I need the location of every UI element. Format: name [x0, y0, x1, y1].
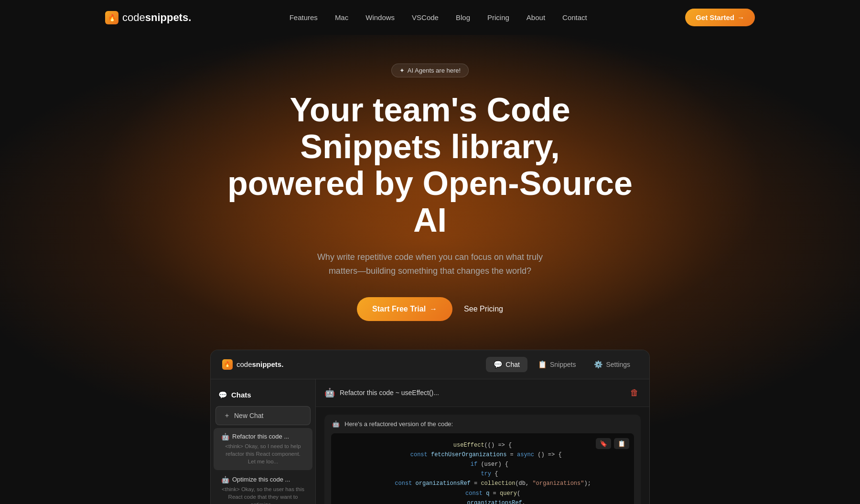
chat-item-preview: <think> Okay, so I need to help refactor…: [221, 442, 305, 465]
hero-buttons: Start Free Trial → See Pricing: [10, 297, 850, 321]
code-copy-button[interactable]: 📋: [614, 438, 629, 449]
new-chat-label: New Chat: [234, 412, 263, 419]
logo-code: code: [122, 11, 145, 23]
code-line-4: try {: [339, 470, 626, 479]
nav-link-pricing[interactable]: Pricing: [487, 13, 509, 21]
prompt-avatar-icon: 🤖: [324, 387, 335, 398]
nav-link-blog[interactable]: Blog: [456, 13, 470, 21]
app-preview: 🔥 codesnippets. 💬 Chat 📋 Snippets ⚙️ Set…: [210, 350, 650, 504]
ai-avatar: 🤖: [332, 420, 340, 428]
new-chat-plus-icon: ＋: [224, 411, 230, 420]
nav-link-contact[interactable]: Contact: [562, 13, 587, 21]
new-chat-button[interactable]: ＋ New Chat: [215, 406, 311, 425]
badge-text: AI Agents are here!: [408, 67, 461, 74]
chat-item-title-2: 🤖 Optimize this code ...: [221, 476, 305, 483]
delete-chat-button[interactable]: 🗑: [628, 386, 641, 400]
code-line-5: const organizationsRef = collection(db, …: [339, 479, 626, 488]
snippets-tab-icon: 📋: [538, 360, 547, 369]
sidebar-chats-title: 💬 Chats: [211, 387, 315, 403]
logo-icon: 🔥: [105, 11, 118, 24]
chats-label: Chats: [231, 391, 251, 399]
nav-link-mac[interactable]: Mac: [335, 13, 348, 21]
app-logo-icon: 🔥: [222, 359, 233, 370]
chat-messages: 🤖 Here's a refactored version of the cod…: [316, 407, 649, 504]
app-sidebar: 💬 Chats ＋ New Chat 🤖 Refactor this code …: [211, 379, 316, 504]
hero-section: ✦ AI Agents are here! Your team's Code S…: [0, 35, 860, 504]
app-tabs: 💬 Chat 📋 Snippets ⚙️ Settings: [486, 357, 638, 372]
chat-tab-icon: 💬: [494, 360, 503, 369]
logo-snippets: snippets.: [145, 11, 192, 23]
nav-links: Features Mac Windows VSCode Blog Pricing…: [290, 13, 587, 22]
tab-snippets[interactable]: 📋 Snippets: [530, 357, 583, 372]
code-line-2: const fetchUserOrganizations = async () …: [339, 450, 626, 460]
code-line-6: const q = query(: [339, 489, 626, 498]
chat-item-icon: 🤖: [221, 433, 229, 440]
delete-icon: 🗑: [630, 388, 639, 397]
code-line-1: useEffect(() => {: [339, 441, 626, 450]
ai-message-header: 🤖 Here's a refactored version of the cod…: [324, 415, 641, 433]
app-header: 🔥 codesnippets. 💬 Chat 📋 Snippets ⚙️ Set…: [211, 350, 649, 379]
nav-link-vscode[interactable]: VSCode: [412, 13, 439, 21]
nav-get-started-button[interactable]: Get Started →: [685, 9, 755, 26]
chat-item-preview-2: <think> Okay, so the user has this React…: [221, 485, 305, 504]
hero-title: Your team's Code Snippets library, power…: [215, 92, 645, 239]
code-bookmark-button[interactable]: 🔖: [596, 438, 611, 449]
code-line-7: organizationsRef,: [339, 499, 626, 504]
start-free-trial-button[interactable]: Start Free Trial →: [357, 297, 452, 321]
chat-item-optimize[interactable]: 🤖 Optimize this code ... <think> Okay, s…: [214, 471, 312, 504]
ai-message: 🤖 Here's a refactored version of the cod…: [324, 415, 641, 504]
code-actions: 🔖 📋: [596, 438, 629, 449]
see-pricing-button[interactable]: See Pricing: [464, 305, 503, 313]
tab-settings[interactable]: ⚙️ Settings: [586, 357, 638, 372]
logo-text: codesnippets.: [122, 11, 191, 24]
settings-tab-label: Settings: [606, 361, 630, 368]
chat-prompt-bar: 🤖 Refactor this code ~ useEffect()... 🗑: [316, 379, 649, 407]
app-logo-text: codesnippets.: [236, 360, 283, 368]
snippets-tab-label: Snippets: [550, 361, 576, 368]
code-block: 🔖 📋 useEffect(() => { const fetchUserOrg…: [331, 433, 634, 504]
app-logo: 🔥 codesnippets.: [222, 359, 283, 370]
chat-item-refactor[interactable]: 🤖 Refactor this code ... <think> Okay, s…: [214, 428, 312, 470]
hero-subtitle: Why write repetitive code when you can f…: [306, 250, 554, 278]
chat-tab-label: Chat: [505, 361, 520, 368]
settings-tab-icon: ⚙️: [594, 360, 603, 369]
chat-prompt-text: 🤖 Refactor this code ~ useEffect()...: [324, 387, 439, 398]
nav-link-about[interactable]: About: [527, 13, 545, 21]
code-line-3: if (user) {: [339, 460, 626, 469]
navbar: 🔥 codesnippets. Features Mac Windows VSC…: [0, 0, 860, 35]
tab-chat[interactable]: 💬 Chat: [486, 357, 527, 372]
prompt-text: Refactor this code ~ useEffect()...: [340, 389, 439, 397]
nav-link-features[interactable]: Features: [290, 13, 318, 21]
nav-link-windows[interactable]: Windows: [366, 13, 395, 21]
app-body: 💬 Chats ＋ New Chat 🤖 Refactor this code …: [211, 379, 649, 504]
chat-item-icon-2: 🤖: [221, 476, 229, 483]
nav-logo[interactable]: 🔥 codesnippets.: [105, 11, 191, 24]
app-main-chat: 🤖 Refactor this code ~ useEffect()... 🗑 …: [316, 379, 649, 504]
ai-response-text: Here's a refactored version of the code:: [344, 420, 453, 428]
chat-item-title: 🤖 Refactor this code ...: [221, 433, 305, 440]
ai-badge[interactable]: ✦ AI Agents are here!: [391, 64, 469, 77]
chats-icon: 💬: [218, 391, 227, 399]
